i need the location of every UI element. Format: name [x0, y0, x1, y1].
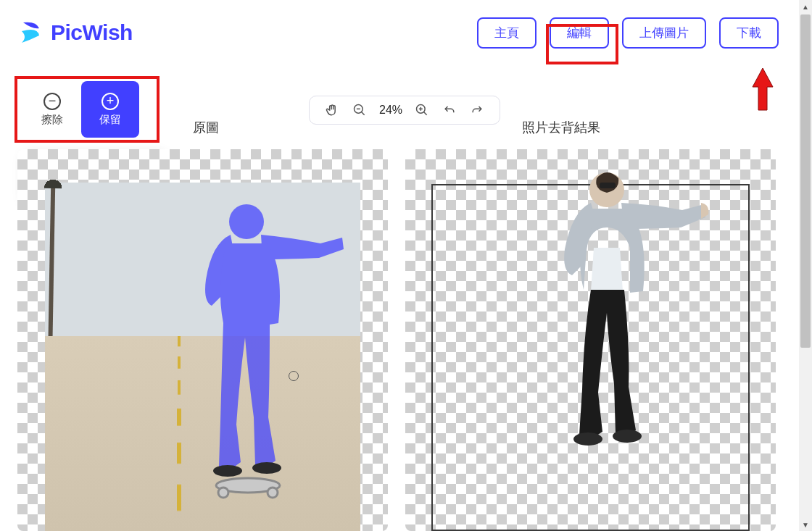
selection-mask	[161, 193, 349, 504]
undo-icon[interactable]	[442, 102, 457, 118]
svg-point-10	[613, 430, 642, 443]
redo-icon[interactable]	[469, 102, 485, 118]
cutout-subject	[521, 161, 710, 472]
scroll-down-icon[interactable]: ▼	[799, 518, 812, 531]
svg-point-4	[213, 465, 242, 477]
toolbar-row: − 擦除 + 保留 筆觸大小	[0, 78, 799, 143]
zoom-value: 24%	[379, 104, 402, 117]
minus-icon: −	[44, 93, 61, 110]
erase-tool-button[interactable]: − 擦除	[23, 81, 81, 138]
canvas-row	[17, 149, 776, 531]
logo-icon	[17, 20, 44, 46]
svg-point-2	[229, 204, 264, 239]
svg-rect-9	[600, 183, 616, 188]
nav-download-button[interactable]: 下載	[719, 17, 779, 49]
svg-point-6	[218, 488, 228, 498]
logo: PicWish	[17, 20, 133, 46]
brush-mode-toggle: − 擦除 + 保留	[23, 81, 139, 138]
brand-name: PicWish	[51, 20, 133, 45]
svg-point-11	[573, 432, 602, 446]
original-image	[45, 183, 360, 531]
svg-point-3	[252, 462, 281, 474]
nav-edit-button[interactable]: 編輯	[550, 17, 609, 49]
pan-hand-icon[interactable]	[324, 102, 340, 118]
svg-point-7	[268, 488, 278, 498]
result-canvas[interactable]	[405, 149, 776, 531]
nav-upload-button[interactable]: 上傳圖片	[622, 17, 706, 49]
zoom-in-icon[interactable]	[414, 102, 430, 118]
scroll-up-icon[interactable]: ▲	[799, 0, 812, 13]
original-label: 原圖	[193, 119, 219, 136]
keep-tool-label: 保留	[99, 113, 121, 127]
result-label: 照片去背結果	[522, 119, 600, 136]
keep-tool-button[interactable]: + 保留	[81, 81, 139, 138]
zoom-out-icon[interactable]	[352, 102, 368, 118]
header: PicWish 主頁 編輯 上傳圖片 下載	[0, 0, 799, 65]
scroll-thumb[interactable]	[800, 14, 811, 348]
nav: 主頁 編輯 上傳圖片 下載	[477, 17, 779, 49]
original-canvas[interactable]	[17, 149, 388, 531]
erase-tool-label: 擦除	[41, 113, 63, 127]
brush-cursor-indicator	[289, 371, 299, 381]
zoom-toolbar: 24%	[309, 96, 500, 125]
nav-home-button[interactable]: 主頁	[477, 17, 536, 49]
plus-icon: +	[102, 93, 119, 110]
vertical-scrollbar[interactable]: ▲ ▼	[799, 0, 812, 531]
